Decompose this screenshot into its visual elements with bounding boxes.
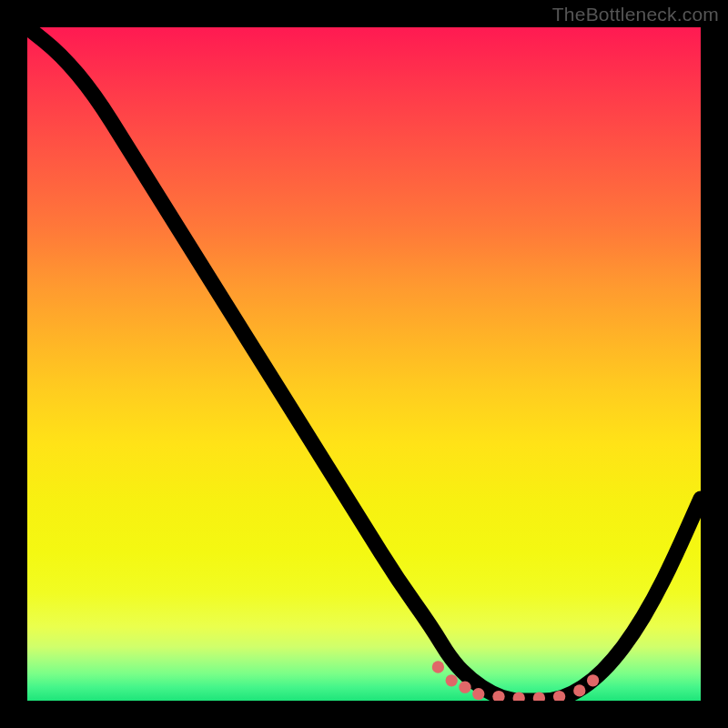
- highlight-dot: [472, 688, 484, 700]
- chart-frame: TheBottleneck.com: [0, 0, 728, 728]
- highlight-dot: [432, 661, 444, 672]
- plot-area: [27, 27, 701, 701]
- bottleneck-curve-path: [27, 27, 701, 701]
- highlight-dot: [587, 674, 599, 686]
- curve-svg: [27, 27, 701, 701]
- watermark-text: TheBottleneck.com: [552, 4, 719, 25]
- highlight-dot: [459, 682, 470, 693]
- highlight-dot: [573, 684, 585, 696]
- highlight-dot: [446, 674, 458, 686]
